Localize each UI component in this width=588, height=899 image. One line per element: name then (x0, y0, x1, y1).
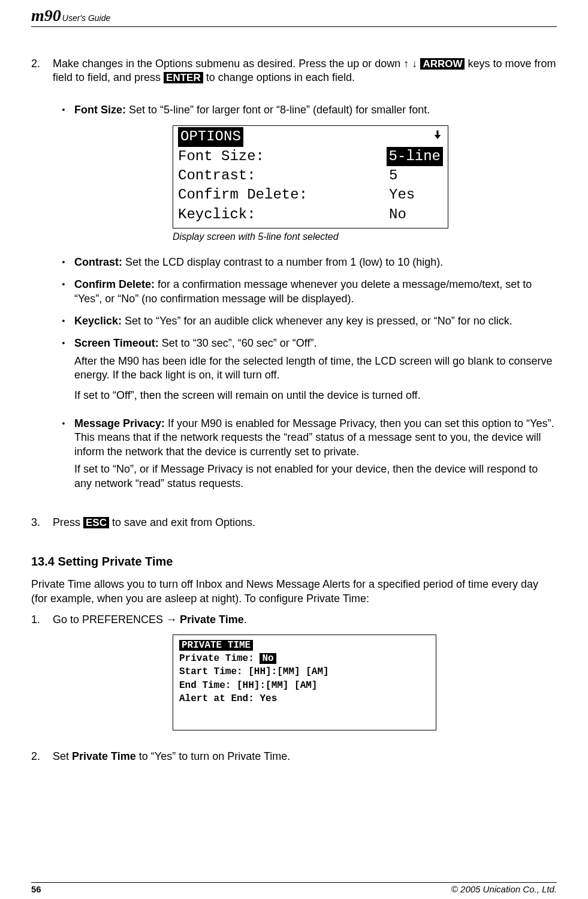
bullet-dot-icon: • (53, 278, 74, 306)
step-2: 2. Make changes in the Options submenu a… (31, 57, 557, 505)
lead: Message Privacy: (74, 417, 165, 429)
row-value: 5 (389, 166, 443, 185)
bullet-dot-icon: • (53, 255, 74, 269)
step-body: Press ESC to save and exit from Options. (53, 516, 557, 530)
text: Set the LCD display contrast to a number… (122, 256, 443, 268)
screen-title-row: OPTIONS (178, 127, 443, 146)
scroll-down-icon (432, 128, 443, 146)
bullet-keyclick: • Keyclick: Set to “Yes” for an audible … (53, 314, 557, 328)
key-enter: ENTER (164, 72, 203, 83)
brand: m90User's Guide (31, 6, 110, 25)
row-value: 5-line (387, 147, 443, 166)
screen-row: Confirm Delete: Yes (178, 185, 443, 205)
text: Go to PREFERENCES → (53, 614, 180, 626)
screen-row: Alert at End: Yes (179, 692, 430, 705)
arrow-down-icon: ↓ (412, 58, 417, 70)
row-label: Private Time: (179, 653, 260, 664)
lead: Confirm Delete: (74, 278, 155, 290)
text: to change options in each field. (203, 71, 355, 83)
section-intro: Private Time allows you to turn off Inbo… (31, 578, 557, 606)
step-body: Go to PREFERENCES → Private Time. PRIVAT… (53, 613, 557, 738)
row-label: Confirm Delete: (178, 185, 307, 205)
options-screen: OPTIONS Font Size: 5-line Contrast: 5 (173, 125, 448, 228)
row-value: No (389, 205, 443, 224)
step-num: 3. (31, 516, 53, 530)
private-time-screen: PRIVATE TIME Private Time: No Start Time… (173, 635, 436, 730)
screen-title: PRIVATE TIME (179, 640, 253, 651)
screen-row: Contrast: 5 (178, 166, 443, 185)
screen-title: OPTIONS (178, 127, 243, 146)
step-num: 2. (31, 57, 53, 505)
screen-row: End Time: [HH]:[MM] [AM] (179, 679, 430, 692)
lead: Font Size: (74, 104, 126, 116)
ordered-list-section: 1. Go to PREFERENCES → Private Time. PRI… (31, 613, 557, 763)
bold: Private Time (72, 750, 136, 762)
bullet-dot-icon: • (53, 417, 74, 497)
bullet-body: Screen Timeout: Set to “30 sec”, “60 sec… (74, 336, 557, 408)
step-num: 1. (31, 613, 53, 738)
bullet-body: Contrast: Set the LCD display contrast t… (74, 255, 557, 269)
bullet-list-2: • Contrast: Set the LCD display contrast… (53, 255, 557, 497)
bullet-contrast: • Contrast: Set the LCD display contrast… (53, 255, 557, 269)
bold: Private Time (180, 614, 244, 626)
text: to “Yes” to turn on Private Time. (136, 750, 290, 762)
row-label: Contrast: (178, 166, 256, 185)
row-label: Font Size: (178, 147, 264, 166)
bullet-dot-icon: • (53, 103, 74, 117)
row-value: No (260, 653, 276, 664)
text: Press (53, 516, 83, 528)
arrow-up-icon: ↑ (403, 58, 409, 70)
step-3: 3. Press ESC to save and exit from Optio… (31, 516, 557, 530)
para: If set to “Off”, then the screen will re… (74, 389, 557, 402)
ordered-list-top: 2. Make changes in the Options submenu a… (31, 57, 557, 530)
step-body: Make changes in the Options submenu as d… (53, 57, 557, 505)
section-heading: 13.4 Setting Private Time (31, 554, 557, 569)
sec-step-1: 1. Go to PREFERENCES → Private Time. PRI… (31, 613, 557, 738)
text: Set (53, 750, 72, 762)
bullet-screen-timeout: • Screen Timeout: Set to “30 sec”, “60 s… (53, 336, 557, 408)
brand-suffix: User's Guide (62, 13, 110, 23)
key-arrow: ARROW (420, 58, 465, 70)
page-number: 56 (31, 884, 41, 894)
screen-row: Keyclick: No (178, 205, 443, 224)
screen-caption: Display screen with 5-line font selected (173, 231, 557, 243)
screen-row: Font Size: 5-line (178, 147, 443, 166)
para: If set to “No”, or if Message Privacy is… (74, 462, 557, 491)
lead: Screen Timeout: (74, 337, 159, 349)
bullet-body: Message Privacy: If your M90 is enabled … (74, 417, 557, 497)
text: Make changes in the Options submenu as d… (53, 58, 403, 70)
copyright: © 2005 Unication Co., Ltd. (451, 884, 557, 894)
bullet-dot-icon: • (53, 314, 74, 328)
page: m90User's Guide 2. Make changes in the O… (0, 6, 588, 899)
step-body: Set Private Time to “Yes” to turn on Pri… (53, 750, 557, 763)
screen-row: Start Time: [HH]:[MM] [AM] (179, 665, 430, 678)
text: . (244, 614, 247, 626)
step-num: 2. (31, 750, 53, 763)
text: Set to “5-line” for larger font or “8-li… (126, 104, 430, 116)
sec-step-2: 2. Set Private Time to “Yes” to turn on … (31, 750, 557, 763)
bullet-list-1: • Font Size: Set to “5-line” for larger … (53, 103, 557, 117)
bullet-font-size: • Font Size: Set to “5-line” for larger … (53, 103, 557, 117)
footer: 56 © 2005 Unication Co., Ltd. (31, 882, 557, 894)
lead: Contrast: (74, 256, 122, 268)
bullet-body: Confirm Delete: for a confirmation messa… (74, 278, 557, 306)
para: After the M90 has been idle for the sele… (74, 354, 557, 383)
bullet-message-privacy: • Message Privacy: If your M90 is enable… (53, 417, 557, 497)
screen-row: Private Time: No (179, 652, 430, 665)
lead: Keyclick: (74, 315, 122, 327)
row-value: Yes (389, 185, 443, 205)
text: Set to “Yes” for an audible click whenev… (122, 315, 512, 327)
header-rule: m90User's Guide (31, 6, 557, 27)
bullet-body: Font Size: Set to “5-line” for larger fo… (74, 103, 557, 117)
text: Set to “30 sec”, “60 sec” or “Off”. (159, 337, 317, 349)
text: to save and exit from Options. (109, 516, 255, 528)
content: 2. Make changes in the Options submenu a… (31, 27, 557, 763)
row-label: Keyclick: (178, 205, 256, 224)
bullet-confirm-delete: • Confirm Delete: for a confirmation mes… (53, 278, 557, 306)
bullet-dot-icon: • (53, 336, 74, 408)
key-esc: ESC (83, 517, 109, 528)
bullet-body: Keyclick: Set to “Yes” for an audible cl… (74, 314, 557, 328)
screen-title-row: PRIVATE TIME (179, 639, 430, 652)
brand-model: m90 (31, 6, 61, 25)
